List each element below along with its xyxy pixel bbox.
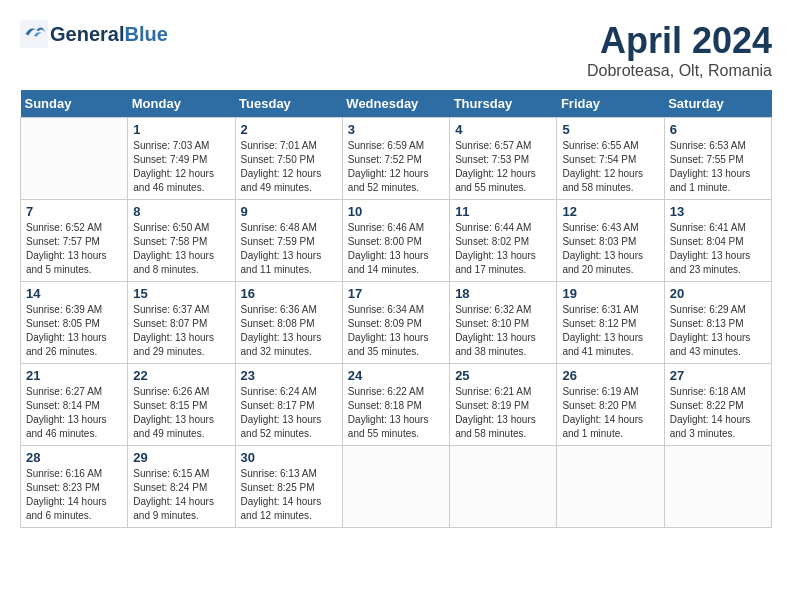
day-info: Sunrise: 6:18 AM Sunset: 8:22 PM Dayligh… xyxy=(670,385,766,441)
day-number: 2 xyxy=(241,122,337,137)
weekday-header: Wednesday xyxy=(342,90,449,118)
day-info: Sunrise: 6:36 AM Sunset: 8:08 PM Dayligh… xyxy=(241,303,337,359)
calendar-day: 30Sunrise: 6:13 AM Sunset: 8:25 PM Dayli… xyxy=(235,446,342,528)
day-number: 29 xyxy=(133,450,229,465)
day-info: Sunrise: 6:41 AM Sunset: 8:04 PM Dayligh… xyxy=(670,221,766,277)
calendar-week-row: 1Sunrise: 7:03 AM Sunset: 7:49 PM Daylig… xyxy=(21,118,772,200)
day-info: Sunrise: 6:46 AM Sunset: 8:00 PM Dayligh… xyxy=(348,221,444,277)
day-number: 21 xyxy=(26,368,122,383)
day-number: 25 xyxy=(455,368,551,383)
calendar-day: 7Sunrise: 6:52 AM Sunset: 7:57 PM Daylig… xyxy=(21,200,128,282)
calendar-day: 16Sunrise: 6:36 AM Sunset: 8:08 PM Dayli… xyxy=(235,282,342,364)
calendar-day xyxy=(664,446,771,528)
calendar-day xyxy=(557,446,664,528)
calendar-day: 10Sunrise: 6:46 AM Sunset: 8:00 PM Dayli… xyxy=(342,200,449,282)
weekday-header: Sunday xyxy=(21,90,128,118)
calendar-day xyxy=(342,446,449,528)
location: Dobroteasa, Olt, Romania xyxy=(587,62,772,80)
calendar-day: 28Sunrise: 6:16 AM Sunset: 8:23 PM Dayli… xyxy=(21,446,128,528)
weekday-header: Friday xyxy=(557,90,664,118)
day-info: Sunrise: 6:43 AM Sunset: 8:03 PM Dayligh… xyxy=(562,221,658,277)
calendar-day: 2Sunrise: 7:01 AM Sunset: 7:50 PM Daylig… xyxy=(235,118,342,200)
day-number: 8 xyxy=(133,204,229,219)
day-info: Sunrise: 6:15 AM Sunset: 8:24 PM Dayligh… xyxy=(133,467,229,523)
calendar-day: 17Sunrise: 6:34 AM Sunset: 8:09 PM Dayli… xyxy=(342,282,449,364)
day-number: 28 xyxy=(26,450,122,465)
day-number: 22 xyxy=(133,368,229,383)
day-number: 11 xyxy=(455,204,551,219)
day-info: Sunrise: 6:52 AM Sunset: 7:57 PM Dayligh… xyxy=(26,221,122,277)
day-number: 16 xyxy=(241,286,337,301)
calendar-day: 18Sunrise: 6:32 AM Sunset: 8:10 PM Dayli… xyxy=(450,282,557,364)
logo-general: General xyxy=(50,23,124,45)
day-info: Sunrise: 6:22 AM Sunset: 8:18 PM Dayligh… xyxy=(348,385,444,441)
logo-text: GeneralBlue xyxy=(50,23,168,45)
day-info: Sunrise: 6:31 AM Sunset: 8:12 PM Dayligh… xyxy=(562,303,658,359)
day-number: 27 xyxy=(670,368,766,383)
title-block: April 2024 Dobroteasa, Olt, Romania xyxy=(587,20,772,80)
day-info: Sunrise: 6:37 AM Sunset: 8:07 PM Dayligh… xyxy=(133,303,229,359)
calendar-day: 13Sunrise: 6:41 AM Sunset: 8:04 PM Dayli… xyxy=(664,200,771,282)
day-info: Sunrise: 6:50 AM Sunset: 7:58 PM Dayligh… xyxy=(133,221,229,277)
calendar-table: SundayMondayTuesdayWednesdayThursdayFrid… xyxy=(20,90,772,528)
day-number: 26 xyxy=(562,368,658,383)
day-info: Sunrise: 6:24 AM Sunset: 8:17 PM Dayligh… xyxy=(241,385,337,441)
calendar-day: 29Sunrise: 6:15 AM Sunset: 8:24 PM Dayli… xyxy=(128,446,235,528)
calendar-day: 15Sunrise: 6:37 AM Sunset: 8:07 PM Dayli… xyxy=(128,282,235,364)
calendar-day: 24Sunrise: 6:22 AM Sunset: 8:18 PM Dayli… xyxy=(342,364,449,446)
calendar-day: 22Sunrise: 6:26 AM Sunset: 8:15 PM Dayli… xyxy=(128,364,235,446)
calendar-day: 27Sunrise: 6:18 AM Sunset: 8:22 PM Dayli… xyxy=(664,364,771,446)
day-info: Sunrise: 6:21 AM Sunset: 8:19 PM Dayligh… xyxy=(455,385,551,441)
calendar-day: 11Sunrise: 6:44 AM Sunset: 8:02 PM Dayli… xyxy=(450,200,557,282)
calendar-week-row: 28Sunrise: 6:16 AM Sunset: 8:23 PM Dayli… xyxy=(21,446,772,528)
day-info: Sunrise: 6:27 AM Sunset: 8:14 PM Dayligh… xyxy=(26,385,122,441)
calendar-day: 14Sunrise: 6:39 AM Sunset: 8:05 PM Dayli… xyxy=(21,282,128,364)
weekday-header: Saturday xyxy=(664,90,771,118)
calendar-day: 21Sunrise: 6:27 AM Sunset: 8:14 PM Dayli… xyxy=(21,364,128,446)
calendar-day: 23Sunrise: 6:24 AM Sunset: 8:17 PM Dayli… xyxy=(235,364,342,446)
day-number: 10 xyxy=(348,204,444,219)
calendar-week-row: 21Sunrise: 6:27 AM Sunset: 8:14 PM Dayli… xyxy=(21,364,772,446)
day-number: 19 xyxy=(562,286,658,301)
calendar-week-row: 7Sunrise: 6:52 AM Sunset: 7:57 PM Daylig… xyxy=(21,200,772,282)
calendar-day: 3Sunrise: 6:59 AM Sunset: 7:52 PM Daylig… xyxy=(342,118,449,200)
day-number: 20 xyxy=(670,286,766,301)
weekday-header-row: SundayMondayTuesdayWednesdayThursdayFrid… xyxy=(21,90,772,118)
calendar-day: 12Sunrise: 6:43 AM Sunset: 8:03 PM Dayli… xyxy=(557,200,664,282)
calendar-week-row: 14Sunrise: 6:39 AM Sunset: 8:05 PM Dayli… xyxy=(21,282,772,364)
day-info: Sunrise: 7:03 AM Sunset: 7:49 PM Dayligh… xyxy=(133,139,229,195)
day-info: Sunrise: 6:26 AM Sunset: 8:15 PM Dayligh… xyxy=(133,385,229,441)
page-header: GeneralBlue April 2024 Dobroteasa, Olt, … xyxy=(20,20,772,80)
calendar-day: 8Sunrise: 6:50 AM Sunset: 7:58 PM Daylig… xyxy=(128,200,235,282)
weekday-header: Monday xyxy=(128,90,235,118)
calendar-day: 5Sunrise: 6:55 AM Sunset: 7:54 PM Daylig… xyxy=(557,118,664,200)
logo-blue: Blue xyxy=(124,23,167,45)
day-number: 23 xyxy=(241,368,337,383)
day-number: 6 xyxy=(670,122,766,137)
day-info: Sunrise: 6:13 AM Sunset: 8:25 PM Dayligh… xyxy=(241,467,337,523)
logo-icon xyxy=(20,20,48,48)
calendar-day: 6Sunrise: 6:53 AM Sunset: 7:55 PM Daylig… xyxy=(664,118,771,200)
day-number: 17 xyxy=(348,286,444,301)
day-number: 1 xyxy=(133,122,229,137)
day-number: 13 xyxy=(670,204,766,219)
day-info: Sunrise: 6:55 AM Sunset: 7:54 PM Dayligh… xyxy=(562,139,658,195)
day-number: 30 xyxy=(241,450,337,465)
day-info: Sunrise: 6:48 AM Sunset: 7:59 PM Dayligh… xyxy=(241,221,337,277)
weekday-header: Thursday xyxy=(450,90,557,118)
day-number: 24 xyxy=(348,368,444,383)
day-info: Sunrise: 6:44 AM Sunset: 8:02 PM Dayligh… xyxy=(455,221,551,277)
day-number: 9 xyxy=(241,204,337,219)
day-info: Sunrise: 6:59 AM Sunset: 7:52 PM Dayligh… xyxy=(348,139,444,195)
day-number: 15 xyxy=(133,286,229,301)
calendar-day xyxy=(21,118,128,200)
calendar-day: 4Sunrise: 6:57 AM Sunset: 7:53 PM Daylig… xyxy=(450,118,557,200)
day-info: Sunrise: 7:01 AM Sunset: 7:50 PM Dayligh… xyxy=(241,139,337,195)
day-info: Sunrise: 6:16 AM Sunset: 8:23 PM Dayligh… xyxy=(26,467,122,523)
day-info: Sunrise: 6:53 AM Sunset: 7:55 PM Dayligh… xyxy=(670,139,766,195)
day-number: 12 xyxy=(562,204,658,219)
calendar-day: 25Sunrise: 6:21 AM Sunset: 8:19 PM Dayli… xyxy=(450,364,557,446)
calendar-day: 26Sunrise: 6:19 AM Sunset: 8:20 PM Dayli… xyxy=(557,364,664,446)
day-info: Sunrise: 6:39 AM Sunset: 8:05 PM Dayligh… xyxy=(26,303,122,359)
logo: GeneralBlue xyxy=(20,20,168,48)
